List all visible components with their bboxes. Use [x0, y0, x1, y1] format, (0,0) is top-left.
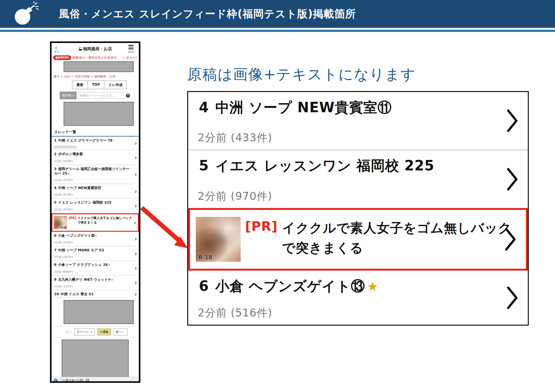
go-button[interactable]: へGo — [97, 328, 111, 335]
thread-number: 10 — [54, 292, 59, 296]
info-icon: i — [54, 379, 58, 383]
bath-icon — [78, 47, 83, 51]
feed-panel: 4中洲 ソープ NEW貴賓室⑪ 2分前 (433件) 5イエス レッスンワン 福… — [187, 91, 529, 326]
thread-row[interactable]: 7中洲 ソープ MORE モア 53 › 3分前 (587件) — [52, 246, 139, 261]
feed-meta: 2分前 (433件) — [198, 131, 272, 145]
pagination: 〈前へ 1ページ∨ へGo 次へ〉 — [52, 326, 139, 338]
search-bar: 掲示板∨ ? — [58, 91, 139, 102]
tab-thread-create[interactable]: スレ作成 — [104, 81, 127, 89]
section-header: スレッド一覧 — [52, 128, 139, 137]
thread-meta: 2分前 (433件) — [54, 193, 132, 197]
chevron-right-icon: › — [135, 291, 137, 298]
chevron-down-icon: ∨ — [90, 331, 92, 334]
chevron-right-icon — [506, 286, 519, 310]
heading-caption: 原稿は画像+テキストになります — [187, 65, 416, 84]
star-icon: ★ — [108, 263, 111, 266]
pr-label: [PR] — [69, 216, 76, 220]
next-page-button[interactable]: 次へ〉 — [113, 328, 128, 335]
ad-placeholder — [64, 300, 134, 324]
thread-row[interactable]: 2ポポロン博多⑱ › 1分前 (929件) — [52, 150, 139, 165]
menu-label: MENU — [126, 51, 136, 53]
chevron-right-icon: › — [135, 202, 137, 210]
thread-number: 8 — [54, 263, 57, 267]
r18-tag: R-18 — [61, 226, 66, 229]
pr-thumbnail: R-18 — [54, 216, 67, 229]
thread-number: 2 — [54, 152, 57, 156]
thread-row[interactable]: 1中洲 イエス グラマーグラマー 79 › — [52, 137, 139, 150]
chevron-right-icon — [504, 227, 517, 251]
news-ticker[interactable]: 最新NEWS 創業者の一瀬邦夫氏が社長辞任、「いきなり!ステー… — [52, 54, 139, 61]
thread-row[interactable]: 9北九州八幡デリ WET ウェット⑤★ › 5分前 (125件) — [52, 276, 139, 290]
thread-row[interactable]: 5イエス レッスンワン 福岡校 225 › 2分前 (970件) — [52, 199, 139, 213]
pr-title: イククルで素人女子をゴム無しバック で突きまくる — [282, 218, 512, 258]
feed-title: 5イエス レッスンワン 福岡校 225 — [199, 156, 498, 175]
slide-header-bar: 風俗・メンエス スレインフィード枠(福岡テスト版)掲載箇所 — [0, 0, 555, 28]
accent-bar — [0, 30, 555, 32]
board-category-dropdown[interactable]: 掲示板∨ — [60, 92, 77, 99]
menu-button[interactable]: MENU — [126, 45, 136, 53]
thread-meta: 1分前 (929件) — [54, 159, 132, 163]
feed-meta: 2分前 (516件) — [198, 306, 272, 320]
bomb-logo-icon — [13, 1, 39, 27]
news-link[interactable]: 創業者の一瀬邦夫氏が社長辞任、「いきなり!ステー… — [72, 56, 137, 60]
pr-title: [PR] イククルで素人女子をゴム無しバックで突きまくる — [69, 216, 132, 225]
feed-number: 6 — [199, 278, 209, 294]
thread-row[interactable]: 4中洲 ソープ NEW貴賓室⑪ › 2分前 (433件) — [52, 184, 139, 199]
help-icon[interactable]: ? — [126, 94, 130, 98]
thread-meta: 2分前 (970件) — [54, 208, 132, 212]
slide: 風俗・メンエス スレインフィード枠(福岡テスト版)掲載箇所 ‹ 戻る 福岡風俗・… — [0, 0, 555, 392]
thread-meta — [54, 145, 77, 149]
thread-title: 6小倉 ヘブンズゲイト⑬★ — [54, 234, 132, 238]
pr-feed-row[interactable]: R-18 [PR] イククルで素人女子をゴム無しバック で突きまくる — [188, 208, 528, 271]
thread-meta: 5分前 (125件) — [54, 285, 132, 289]
star-icon: ★ — [95, 234, 97, 237]
ad-placeholder — [64, 102, 134, 126]
thread-list: 1中洲 イエス グラマーグラマー 79 › 2ポポロン博多⑱ › 1分前 (92… — [52, 137, 139, 298]
back-button[interactable]: ‹ 戻る — [54, 45, 65, 53]
chevron-right-icon: › — [135, 235, 137, 242]
chevron-right-icon — [506, 167, 519, 191]
feed-title: 4中洲 ソープ NEW貴賓室⑪ — [199, 98, 498, 117]
thread-meta: 1分前 (151件) — [54, 178, 132, 182]
thread-row[interactable]: 8小倉ソープ クラブアッシュ 26★ › 3分前 (666件) — [52, 261, 139, 275]
thread-meta: 3分前 (587件) — [54, 255, 132, 259]
thread-row[interactable]: 3福岡デリヘル 福岡乙女組〜放課後ツインテール〜 25★ › 1分前 (151件… — [52, 165, 139, 184]
thread-meta: 2分前 (516件) — [54, 241, 132, 245]
feed-number: 5 — [199, 157, 209, 174]
prev-page-button[interactable]: 〈前へ — [63, 330, 72, 334]
chevron-right-icon — [506, 109, 519, 133]
feed-meta: 2分前 (970件) — [198, 189, 272, 204]
thread-title: 10中洲 イエス 華女 51 — [54, 292, 132, 297]
red-arrow-annotation-icon — [139, 204, 192, 253]
feed-row[interactable]: 5イエス レッスンワン 福岡校 225 2分前 (970件) — [188, 150, 528, 208]
thread-row[interactable]: 6小倉 ヘブンズゲイト⑬★ › 2分前 (516件) — [52, 232, 139, 246]
star-icon: ★ — [111, 278, 114, 281]
feed-title: 6小倉 ヘブンズゲイト⑬★ — [199, 277, 498, 296]
thread-number: 3 — [54, 167, 57, 171]
back-label: 戻る — [54, 51, 65, 53]
thread-number: 4 — [54, 186, 57, 190]
feed-row[interactable]: 4中洲 ソープ NEW貴賓室⑪ 2分前 (433件) — [188, 92, 528, 150]
chevron-right-icon: › — [135, 154, 137, 161]
thread-title: 8小倉ソープ クラブアッシュ 26★ — [54, 263, 132, 267]
hamburger-icon — [128, 45, 133, 50]
thread-title: 3福岡デリヘル 福岡乙女組〜放課後ツインテール〜 25★ — [54, 167, 132, 176]
chevron-right-icon: › — [135, 140, 137, 147]
phone-nav-bar: ‹ 戻る 福岡風俗・お店 MENU — [52, 43, 139, 54]
search-input[interactable] — [78, 92, 124, 99]
thread-title: 7中洲 ソープ MORE モア 53 — [54, 248, 132, 253]
pr-thread-row[interactable]: R-18 [PR] イククルで素人女子をゴム無しバックで突きまくる › — [52, 213, 139, 232]
breadcrumb[interactable]: 爆サイ.com > 北部九州版 > 福岡風俗・お店 — [52, 74, 139, 80]
news-badge: 最新NEWS — [53, 55, 71, 60]
feed-row[interactable]: 6小倉 ヘブンズゲイト⑬★ 2分前 (516件) — [188, 271, 528, 325]
board-tabs: 最新 TOP スレ作成 — [60, 80, 139, 91]
tab-top[interactable]: TOP — [88, 81, 104, 89]
ad-placeholder — [62, 340, 129, 383]
thread-title: 4中洲 ソープ NEW貴賓室⑪ — [54, 186, 132, 190]
thread-row[interactable]: 10中洲 イエス 華女 51 › — [52, 290, 139, 298]
tab-latest[interactable]: 最新 — [72, 81, 88, 89]
thread-title: 5イエス レッスンワン 福岡校 225 — [54, 200, 132, 205]
slide-title: 風俗・メンエス スレインフィード枠(福岡テスト版)掲載箇所 — [59, 0, 356, 28]
back-chevron-icon: ‹ — [55, 45, 65, 51]
page-select[interactable]: 1ページ∨ — [74, 328, 95, 335]
